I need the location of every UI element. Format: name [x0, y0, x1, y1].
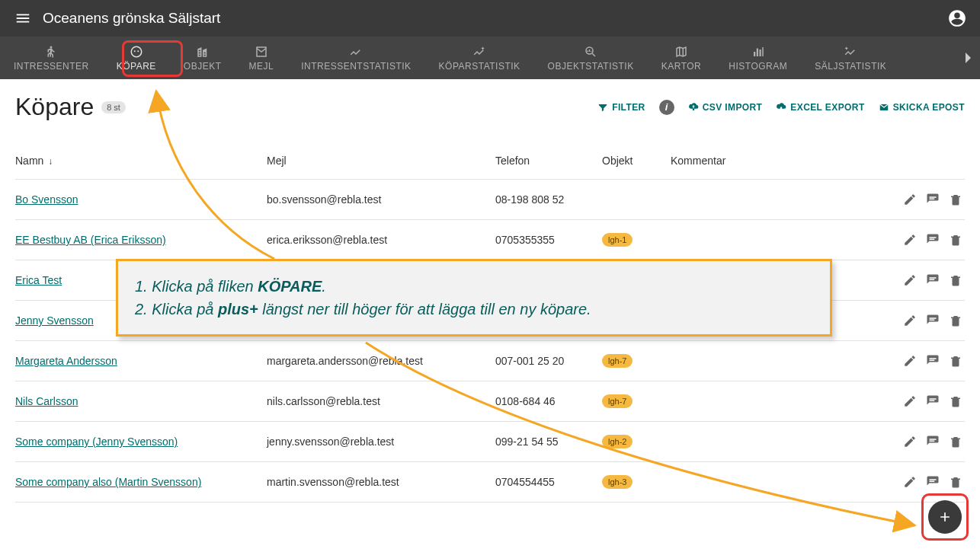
comment-button[interactable] [924, 352, 942, 370]
tab-koparstatistik[interactable]: KÖPARSTATISTIK [425, 37, 534, 79]
cloud-download-icon [776, 102, 786, 113]
face-icon [130, 44, 143, 59]
buyer-name-link[interactable]: Nils Carlsson [15, 395, 78, 407]
comment-button[interactable] [924, 432, 942, 451]
delete-button[interactable] [946, 271, 965, 289]
excel-export-button[interactable]: EXCEL EXPORT [776, 102, 864, 113]
buyer-email: erica.eriksson@rebla.test [267, 234, 495, 246]
building-icon [196, 44, 210, 59]
delete-button[interactable] [946, 432, 965, 451]
filter-label: FILTER [612, 102, 645, 113]
delete-button[interactable] [946, 473, 965, 491]
tab-label: OBJEKT [184, 61, 222, 72]
edit-button[interactable] [901, 392, 919, 410]
tab-scroll-right[interactable] [956, 37, 980, 79]
csv-import-button[interactable]: CSV IMPORT [688, 102, 763, 113]
comment-button[interactable] [924, 190, 942, 209]
tab-intressentstatistik[interactable]: INTRESSENTSTATISTIK [287, 37, 424, 79]
sort-down-icon: ↓ [48, 156, 53, 167]
buyer-phone: 0704554455 [495, 476, 602, 488]
svg-point-1 [131, 46, 142, 57]
skicka-epost-label: SKICKA EPOST [893, 102, 965, 113]
comment-button[interactable] [924, 271, 942, 289]
menu-button[interactable] [9, 5, 37, 32]
buyer-name-link[interactable]: Margareta Andersson [15, 355, 117, 367]
edit-button[interactable] [901, 432, 919, 451]
col-mejl[interactable]: Mejl [267, 155, 495, 167]
tab-label: INTRESSENTER [14, 61, 89, 72]
comment-button[interactable] [924, 473, 942, 491]
delete-button[interactable] [946, 392, 965, 410]
tab-label: KÖPARE [117, 61, 156, 72]
sparkle-trend-icon [472, 44, 486, 59]
buyer-objekt: lgh-1 [602, 233, 671, 247]
delete-button[interactable] [946, 190, 965, 209]
edit-button[interactable] [901, 311, 919, 330]
edit-button[interactable] [901, 190, 919, 209]
edit-button[interactable] [901, 271, 919, 289]
tab-intressenter[interactable]: INTRESSENTER [0, 37, 103, 79]
plus-icon [937, 509, 953, 525]
buyer-email: martin.svensson@rebla.test [267, 476, 495, 488]
tab-histogram[interactable]: HISTOGRAM [715, 37, 801, 79]
buyer-phone: 0108-684 46 [495, 395, 602, 407]
filter-button[interactable]: FILTER [597, 102, 645, 113]
col-kommentar[interactable]: Kommentar [671, 155, 881, 167]
delete-button[interactable] [946, 311, 965, 330]
skicka-epost-button[interactable]: SKICKA EPOST [879, 102, 965, 113]
add-buyer-fab[interactable] [928, 500, 962, 534]
table-row: Margareta Andersson margareta.andersson@… [15, 341, 965, 381]
col-namn[interactable]: Namn ↓ [15, 155, 267, 167]
buyer-objekt: lgh-7 [602, 354, 671, 368]
account-button[interactable] [943, 5, 971, 32]
buyer-email: jenny.svensson@rebla.test [267, 436, 495, 448]
tab-kopare[interactable]: KÖPARE [103, 37, 170, 79]
svg-point-0 [50, 46, 53, 49]
buyer-phone: 099-21 54 55 [495, 436, 602, 448]
sparkle-trend-icon [844, 44, 857, 59]
table-row: Bo Svensson bo.svensson@rebla.test 08-19… [15, 180, 965, 220]
buyer-name-link[interactable]: Jenny Svensson [15, 314, 94, 327]
tab-label: INTRESSENTSTATISTIK [301, 61, 411, 72]
tab-label: HISTOGRAM [729, 61, 787, 72]
tab-objekt[interactable]: OBJEKT [170, 37, 235, 79]
cloud-upload-icon [688, 102, 699, 113]
col-objekt[interactable]: Objekt [602, 155, 671, 167]
mail-icon [255, 44, 268, 59]
delete-button[interactable] [946, 231, 965, 249]
buyer-name-link[interactable]: Some company also (Martin Svensson) [15, 476, 201, 488]
tab-label: KÖPARSTATISTIK [439, 61, 520, 72]
comment-button[interactable] [924, 231, 942, 249]
buyer-phone: 08-198 808 52 [495, 193, 602, 206]
buyer-phone: 007-001 25 20 [495, 355, 602, 367]
comment-button[interactable] [924, 311, 942, 330]
tab-label: OBJEKTSTATISTIK [548, 61, 634, 72]
tab-kartor[interactable]: KARTOR [648, 37, 716, 79]
filter-icon [597, 102, 608, 113]
tab-label: KARTOR [661, 61, 702, 72]
col-telefon[interactable]: Telefon [495, 155, 602, 167]
edit-button[interactable] [901, 352, 919, 370]
buyer-name-link[interactable]: EE Bestbuy AB (Erica Eriksson) [15, 234, 166, 246]
excel-export-label: EXCEL EXPORT [790, 102, 864, 113]
tab-mejl[interactable]: MEJL [235, 37, 288, 79]
svg-point-3 [137, 50, 139, 52]
bar-chart-icon [751, 44, 765, 59]
buyer-name-link[interactable]: Some company (Jenny Svensson) [15, 436, 178, 448]
edit-button[interactable] [901, 231, 919, 249]
edit-button[interactable] [901, 473, 919, 491]
buyer-objekt: lgh-3 [602, 475, 671, 489]
info-button[interactable]: i [659, 100, 674, 115]
tab-saljstatistik[interactable]: SÄLJSTATISTIK [801, 37, 900, 79]
search-stats-icon [584, 44, 597, 59]
buyer-objekt: lgh-2 [602, 435, 671, 448]
tab-objektstatistik[interactable]: OBJEKTSTATISTIK [534, 37, 648, 79]
app-title: Oceanens grönska Säljstart [43, 10, 943, 27]
buyer-name-link[interactable]: Erica Test [15, 274, 62, 286]
svg-point-2 [134, 50, 136, 52]
delete-button[interactable] [946, 352, 965, 370]
buyer-email: margareta.andersson@rebla.test [267, 355, 495, 367]
buyer-name-link[interactable]: Bo Svensson [15, 193, 78, 206]
count-badge: 8 st [101, 101, 126, 113]
comment-button[interactable] [924, 392, 942, 410]
